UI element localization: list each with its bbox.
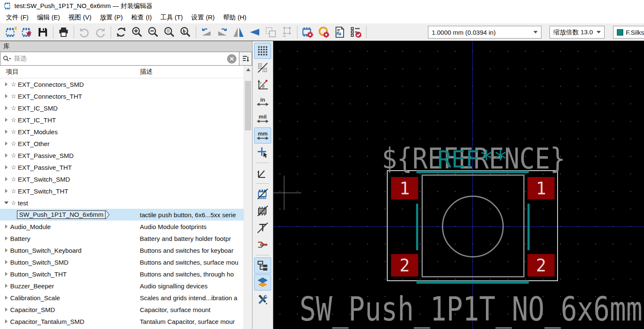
- ungroup-button[interactable]: [279, 25, 295, 39]
- chevron-right-icon[interactable]: [3, 224, 10, 229]
- chevron-right-icon[interactable]: [3, 177, 10, 181]
- chevron-right-icon[interactable]: [3, 118, 10, 122]
- library-item-label[interactable]: EXT_Connectors_SMD: [18, 81, 84, 88]
- refresh-view-button[interactable]: [113, 25, 129, 39]
- chevron-right-icon[interactable]: [3, 130, 10, 134]
- pad-2-left[interactable]: 2: [391, 254, 418, 276]
- filter-input[interactable]: 筛选 ✕: [0, 52, 239, 66]
- footprint-properties-button[interactable]: [300, 25, 316, 39]
- grid-override-toggle[interactable]: [254, 60, 271, 76]
- reference-silk-text[interactable]: REF**: [382, 146, 563, 173]
- crosshair-cursor-toggle[interactable]: [254, 144, 271, 160]
- group-button[interactable]: [263, 25, 279, 39]
- library-tree-row[interactable]: ☆EXT_Connectors_SMD: [0, 78, 252, 90]
- library-item-label[interactable]: EXT_IC_THT: [18, 116, 56, 124]
- library-item-label[interactable]: EXT_Other: [18, 140, 50, 147]
- library-tree-row[interactable]: Button_Switch_SMDButtons and switches, s…: [0, 256, 252, 268]
- library-tree-row[interactable]: Calibration_ScaleScales and grids intend…: [0, 292, 252, 304]
- chevron-right-icon[interactable]: [3, 260, 10, 264]
- library-item-label[interactable]: Battery: [10, 235, 31, 242]
- grid-size-select[interactable]: 1.0000 mm (0.0394 in): [428, 26, 541, 39]
- footprint-name-text[interactable]: SW_Push_1P1T_NO_6x6mm: [300, 290, 642, 328]
- properties-panel-toggle[interactable]: [254, 257, 271, 274]
- library-tree-row[interactable]: Audio_ModuleAudio Module footprints: [0, 221, 252, 232]
- zoom-to-selection-button[interactable]: [178, 25, 194, 39]
- library-tree-row[interactable]: Capacitor_Tantalum_SMDTantalum Capacitor…: [0, 315, 252, 327]
- silkscreen-line-bottom[interactable]: [416, 281, 529, 284]
- silkscreen-line-right[interactable]: [527, 204, 530, 250]
- library-item-label[interactable]: Buzzer_Beeper: [10, 282, 54, 290]
- library-tree-row[interactable]: ☆EXT_Other: [0, 138, 252, 149]
- chevron-right-icon[interactable]: [3, 248, 10, 252]
- units-inches-button[interactable]: in: [254, 94, 271, 110]
- chevron-right-icon[interactable]: [3, 106, 10, 110]
- library-item-label[interactable]: EXT_Switch_SMD: [18, 176, 70, 183]
- menu-help[interactable]: 帮助 (H): [219, 12, 251, 23]
- library-tree-row[interactable]: ☆EXT_Modules: [0, 126, 252, 138]
- new-footprint-button[interactable]: ✳: [3, 25, 19, 39]
- units-mm-button[interactable]: mm: [254, 127, 271, 144]
- library-item-label[interactable]: EXT_Switch_THT: [18, 188, 68, 195]
- mirror-vertical-button[interactable]: [247, 25, 263, 39]
- grid-dots-toggle[interactable]: [254, 43, 271, 59]
- scrollbar-thumb[interactable]: [245, 81, 251, 130]
- library-tree-row[interactable]: ☆EXT_IC_THT: [0, 114, 252, 126]
- outline-mode-text-toggle[interactable]: [254, 220, 271, 236]
- library-item-label[interactable]: EXT_Passive_SMD: [18, 152, 74, 159]
- sort-options-button[interactable]: [239, 52, 252, 66]
- menu-place[interactable]: 放置 (P): [96, 12, 127, 23]
- menu-preferences[interactable]: 设置 (R): [187, 12, 219, 23]
- chevron-right-icon[interactable]: [3, 94, 10, 98]
- outline-mode-footprints-toggle[interactable]: [254, 186, 271, 202]
- library-tree-row[interactable]: Button_Switch_THTButtons and switches, t…: [0, 268, 252, 280]
- chevron-down-icon[interactable]: [3, 202, 10, 204]
- chevron-right-icon[interactable]: [3, 319, 10, 323]
- active-layer-select[interactable]: F.Silks: [613, 26, 644, 39]
- zoom-out-button[interactable]: [145, 25, 161, 39]
- pad-2-right[interactable]: 2: [527, 254, 555, 276]
- library-item-label[interactable]: Button_Switch_Keyboard: [10, 247, 81, 254]
- library-item-label[interactable]: EXT_Connectors_THT: [18, 93, 82, 100]
- library-tree-row[interactable]: ☆EXT_Connectors_THT: [0, 90, 252, 102]
- library-item-label[interactable]: test: [18, 199, 28, 207]
- print-button[interactable]: [56, 25, 72, 39]
- library-tree-row[interactable]: ☆test: [0, 197, 252, 209]
- column-header-item[interactable]: 项目: [0, 68, 140, 76]
- library-item-label[interactable]: Capacitor_Tantalum_SMD: [10, 318, 84, 325]
- redo-button[interactable]: [92, 25, 108, 39]
- sketch-lines-toggle[interactable]: [254, 165, 271, 181]
- footprint-checker-button[interactable]: [332, 25, 348, 39]
- library-tree-row[interactable]: ☆EXT_Passive_SMD: [0, 149, 252, 161]
- outline-mode-graphics-toggle[interactable]: [254, 237, 271, 253]
- menu-edit[interactable]: 编辑 (E): [33, 12, 64, 23]
- polar-coordinates-toggle[interactable]: rθ: [254, 77, 271, 93]
- menu-file[interactable]: 文件 (F): [2, 12, 33, 23]
- tree-scrollbar[interactable]: [244, 66, 252, 329]
- library-tree-row[interactable]: Capacitor_SMDCapacitor, surface mount: [0, 304, 252, 315]
- chevron-right-icon[interactable]: [3, 272, 10, 276]
- zoom-to-fit-button[interactable]: [161, 25, 178, 39]
- menu-tools[interactable]: 工具 (T): [156, 12, 187, 23]
- library-item-label[interactable]: Calibration_Scale: [10, 294, 60, 301]
- mirror-horizontal-button[interactable]: [230, 25, 247, 39]
- pad-1-right[interactable]: 1: [527, 177, 555, 199]
- menu-inspect[interactable]: 检查 (I): [127, 12, 156, 23]
- library-item-label[interactable]: Audio_Module: [10, 223, 51, 230]
- pad-properties-button[interactable]: [316, 25, 332, 39]
- chevron-right-icon[interactable]: [3, 284, 10, 288]
- units-mils-button[interactable]: mil: [254, 111, 271, 127]
- rotate-cw-button[interactable]: [214, 25, 230, 39]
- zoom-level-select[interactable]: 缩放倍数 13.00: [550, 26, 605, 39]
- library-item-label[interactable]: Capacitor_SMD: [10, 306, 55, 313]
- save-button[interactable]: [35, 25, 51, 39]
- library-tree-row[interactable]: BatteryBattery and battery holder footpr: [0, 232, 252, 244]
- library-item-label[interactable]: SW_Push_1P1T_NO_6x6mm: [17, 210, 105, 219]
- editor-canvas[interactable]: 1 1 2 2 ${REFERENCE} REF** SW_Push_1P1T_…: [273, 41, 644, 329]
- undo-button[interactable]: [76, 25, 92, 39]
- menu-view[interactable]: 视图 (V): [64, 12, 96, 23]
- chevron-right-icon[interactable]: [3, 236, 10, 241]
- column-header-description[interactable]: 描述: [140, 68, 153, 76]
- chevron-right-icon[interactable]: [3, 141, 10, 146]
- zoom-in-button[interactable]: [129, 25, 145, 39]
- pad-1-left[interactable]: 1: [391, 177, 418, 199]
